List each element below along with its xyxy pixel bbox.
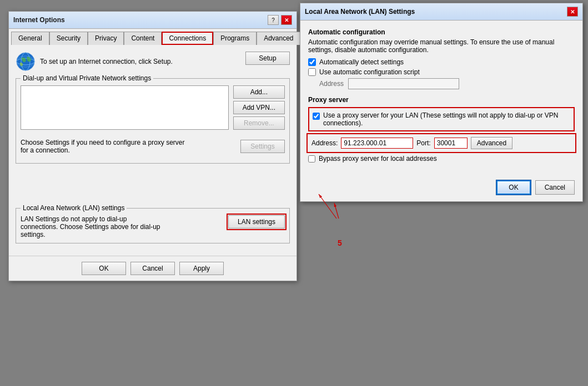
address-row: Address xyxy=(319,78,575,89)
auto-config-desc: Automatic configuration may override man… xyxy=(308,38,575,54)
auto-detect-row: Automatically detect settings xyxy=(308,58,575,66)
vpn-group-label: Dial-up and Virtual Private Network sett… xyxy=(21,74,153,82)
setup-button[interactable]: Setup xyxy=(245,52,290,65)
add-vpn-button[interactable]: Add VPN... xyxy=(233,101,285,114)
proxy-addr-label: Address: xyxy=(311,139,338,147)
lan-dialog-footer: OK Cancel xyxy=(300,176,582,201)
tab-bar: General Security Privacy Content Connect… xyxy=(9,29,296,44)
address-input[interactable] xyxy=(348,78,459,89)
close-button[interactable]: ✕ xyxy=(281,15,292,25)
proxy-port-input[interactable] xyxy=(434,138,468,149)
tab-privacy[interactable]: Privacy xyxy=(88,32,124,45)
cancel-footer-button[interactable]: Cancel xyxy=(130,262,175,275)
configure-text: Choose Settings if you need to configure… xyxy=(21,139,187,154)
auto-detect-label: Automatically detect settings xyxy=(319,58,404,66)
auto-script-row: Use automatic configuration script xyxy=(308,68,575,76)
proxy-port-label: Port: xyxy=(416,139,430,147)
vpn-group-content: Add... Add VPN... Remove... Choose Setti… xyxy=(21,85,285,159)
ie-title-buttons: ? ✕ xyxy=(268,15,292,25)
vpn-list[interactable] xyxy=(21,85,229,130)
globe-icon xyxy=(16,52,36,72)
advanced-button[interactable]: Advanced xyxy=(471,137,512,149)
lan-dialog: Local Area Network (LAN) Settings ✕ Auto… xyxy=(300,3,583,202)
auto-config-title: Automatic configuration xyxy=(308,28,575,36)
tab-connections[interactable]: Connections xyxy=(162,32,213,45)
vpn-group: Dial-up and Virtual Private Network sett… xyxy=(16,78,290,164)
proxy-section: Proxy server Use a proxy server for your… xyxy=(308,96,575,162)
address-label: Address xyxy=(319,80,344,88)
lan-settings-button[interactable]: LAN settings xyxy=(228,215,285,228)
bypass-row: Bypass proxy server for local addresses xyxy=(308,155,575,162)
lan-group: Local Area Network (LAN) settings LAN Se… xyxy=(16,208,290,243)
auto-config-section: Automatic configuration Automatic config… xyxy=(308,28,575,89)
ie-title: Internet Options xyxy=(13,16,65,24)
setup-text: To set up an Internet connection, click … xyxy=(40,58,173,65)
proxy-use-label: Use a proxy server for your LAN (These s… xyxy=(323,111,570,127)
vpn-buttons: Add... Add VPN... Remove... xyxy=(233,85,285,130)
svg-line-7 xyxy=(334,203,339,219)
lan-content: LAN Settings do not apply to dial-up con… xyxy=(21,215,285,238)
remove-button[interactable]: Remove... xyxy=(233,116,285,130)
bypass-checkbox[interactable] xyxy=(308,155,315,162)
tab-security[interactable]: Security xyxy=(49,32,88,45)
step-number: 5 xyxy=(338,238,342,247)
lan-dialog-title: Local Area Network (LAN) Settings xyxy=(305,8,415,16)
lan-group-label: Local Area Network (LAN) settings xyxy=(21,204,127,212)
tab-programs[interactable]: Programs xyxy=(213,32,257,45)
proxy-use-row: Use a proxy server for your LAN (These s… xyxy=(308,107,575,131)
setup-row: To set up an Internet connection, click … xyxy=(16,52,290,72)
ie-content: To set up an Internet connection, click … xyxy=(9,45,296,250)
proxy-use-checkbox[interactable] xyxy=(313,113,320,120)
add-button[interactable]: Add... xyxy=(233,85,285,99)
ok-footer-button[interactable]: OK xyxy=(82,262,126,275)
auto-script-checkbox[interactable] xyxy=(308,68,316,76)
auto-detect-checkbox[interactable] xyxy=(308,58,316,66)
tab-advanced[interactable]: Advanced xyxy=(257,32,300,45)
settings-button[interactable]: Settings xyxy=(240,140,285,153)
proxy-address-input[interactable] xyxy=(341,138,413,149)
lan-dialog-content: Automatic configuration Automatic config… xyxy=(300,21,582,176)
ie-window: Internet Options ? ✕ General Security Pr… xyxy=(8,11,297,281)
ie-titlebar: Internet Options ? ✕ xyxy=(9,12,296,29)
lan-titlebar: Local Area Network (LAN) Settings ✕ xyxy=(300,3,582,21)
bypass-label: Bypass proxy server for local addresses xyxy=(319,155,437,162)
proxy-title: Proxy server xyxy=(308,96,575,104)
lan-close-button[interactable]: ✕ xyxy=(567,7,578,17)
lan-cancel-button[interactable]: Cancel xyxy=(535,180,575,195)
lan-ok-button[interactable]: OK xyxy=(496,180,530,195)
tab-general[interactable]: General xyxy=(11,32,49,45)
lan-text: LAN Settings do not apply to dial-up con… xyxy=(21,215,165,238)
ie-footer: OK Cancel Apply xyxy=(9,256,296,281)
proxy-addr-row: Address: Port: Advanced xyxy=(308,135,575,151)
auto-script-label: Use automatic configuration script xyxy=(319,68,420,76)
help-button[interactable]: ? xyxy=(268,15,279,25)
apply-footer-button[interactable]: Apply xyxy=(179,262,224,275)
vpn-row: Add... Add VPN... Remove... xyxy=(21,85,285,132)
tab-content[interactable]: Content xyxy=(124,32,162,45)
